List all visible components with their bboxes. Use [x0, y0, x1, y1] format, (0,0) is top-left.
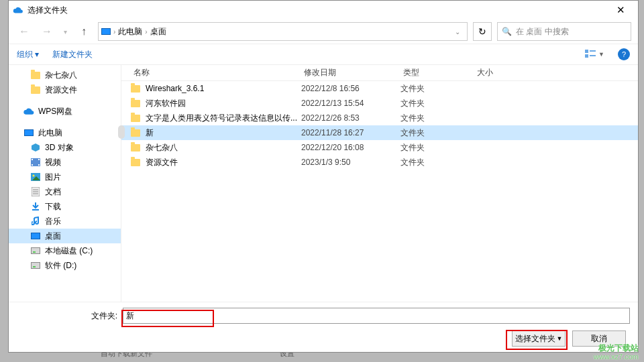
navbar: ← → ▾ ↑ › 此电脑 › 桌面 ⌄ ↻ 🔍 在 桌面 中搜索	[9, 19, 638, 44]
folder-icon	[131, 100, 146, 107]
file-row[interactable]: 资源文件2023/1/3 9:50文件夹	[121, 155, 638, 170]
sidebar-item-label: 下载	[45, 201, 61, 213]
file-name: 杂七杂八	[146, 142, 301, 154]
folder-icon	[131, 144, 146, 152]
toolbar: 组织 ▾ 新建文件夹 ▼ ?	[9, 44, 638, 65]
3d-icon	[30, 143, 41, 152]
sidebar-item[interactable]: 音乐	[9, 214, 121, 229]
sidebar-item-label: WPS网盘	[38, 106, 72, 117]
path-box[interactable]: › 此电脑 › 桌面 ⌄	[98, 22, 468, 41]
file-type: 文件夹	[400, 142, 474, 154]
path-sep: ›	[113, 28, 115, 36]
footer: 文件夹: 选择文件夹▼ 取消	[9, 302, 638, 352]
drive-icon	[30, 261, 41, 270]
filename-input[interactable]	[123, 308, 629, 323]
sidebar-item-label: 图片	[45, 172, 61, 183]
file-row[interactable]: 杂七杂八2022/12/20 16:08文件夹	[121, 140, 638, 155]
sidebar-item[interactable]: 本地磁盘 (C:)	[9, 243, 121, 258]
folder-icon	[30, 85, 41, 95]
sidebar-item-label: 音乐	[45, 216, 61, 227]
download-icon	[30, 202, 41, 211]
file-list: Wireshark_3.6.12022/12/8 16:56文件夹河东软件园20…	[121, 81, 638, 302]
sidebar-item[interactable]: 文档	[9, 184, 121, 199]
help-button[interactable]: ?	[618, 48, 630, 60]
header-type[interactable]: 类型	[400, 67, 474, 78]
organize-menu[interactable]: 组织 ▾	[17, 49, 39, 60]
desktop-icon	[30, 231, 41, 241]
sidebar-item-label: 桌面	[45, 231, 61, 242]
sidebar: 杂七杂八资源文件WPS网盘此电脑3D 对象视频图片文档下载音乐桌面本地磁盘 (C…	[9, 65, 121, 302]
forward-button[interactable]: →	[38, 23, 56, 40]
cloud-icon	[13, 7, 23, 13]
search-input[interactable]: 🔍 在 桌面 中搜索	[497, 22, 631, 41]
file-row[interactable]: Wireshark_3.6.12022/12/8 16:56文件夹	[121, 81, 638, 96]
pc-icon	[23, 128, 34, 137]
path-current[interactable]: 桌面	[150, 26, 166, 38]
refresh-button[interactable]: ↻	[473, 22, 492, 41]
file-type: 文件夹	[400, 83, 474, 95]
new-folder-button[interactable]: 新建文件夹	[52, 49, 93, 60]
header-size[interactable]: 大小	[474, 67, 528, 78]
folder-icon	[30, 70, 41, 80]
svg-rect-3	[590, 55, 596, 56]
doc-icon	[30, 187, 41, 196]
window-title: 选择文件夹	[28, 5, 607, 16]
sidebar-item[interactable]: 图片	[9, 170, 121, 184]
sidebar-item[interactable]: 此电脑	[9, 125, 121, 140]
file-dialog: 选择文件夹 ✕ ← → ▾ ↑ › 此电脑 › 桌面 ⌄ ↻ 🔍 在 桌面 中搜…	[8, 0, 639, 353]
svg-marker-4	[32, 143, 40, 152]
file-date: 2022/11/28 16:27	[301, 128, 400, 137]
file-name: 河东软件园	[146, 98, 301, 109]
file-type: 文件夹	[400, 98, 474, 109]
sidebar-item-label: 软件 (D:)	[45, 260, 76, 272]
cloud-icon	[23, 107, 34, 116]
sidebar-item-label: 此电脑	[38, 127, 62, 139]
folder-icon	[131, 115, 146, 122]
filename-label: 文件夹:	[17, 310, 117, 322]
file-row[interactable]: 河东软件园2022/12/13 15:54文件夹	[121, 96, 638, 111]
filename-input-wrap	[123, 308, 630, 324]
view-mode-button[interactable]: ▼	[585, 50, 604, 59]
svg-rect-7	[32, 164, 33, 166]
header-date[interactable]: 修改日期	[301, 67, 400, 78]
sidebar-item-label: 文档	[45, 186, 61, 198]
button-row: 选择文件夹▼ 取消	[17, 330, 630, 347]
file-name: 新	[146, 127, 301, 139]
close-button[interactable]: ✕	[607, 1, 634, 19]
sidebar-item[interactable]: WPS网盘	[9, 104, 121, 119]
sidebar-item[interactable]: 3D 对象	[9, 140, 121, 155]
sidebar-item[interactable]: 视频	[9, 155, 121, 170]
file-date: 2022/12/26 8:53	[301, 113, 400, 123]
svg-point-11	[33, 175, 35, 177]
sidebar-item[interactable]: 桌面	[9, 229, 121, 243]
sidebar-item[interactable]: 下载	[9, 199, 121, 214]
sidebar-item[interactable]: 软件 (D:)	[9, 258, 121, 273]
select-folder-button[interactable]: 选择文件夹▼	[512, 330, 566, 347]
sidebar-item-label: 本地磁盘 (C:)	[45, 245, 93, 257]
sidebar-item-label: 3D 对象	[45, 142, 74, 154]
history-dropdown[interactable]: ▾	[64, 28, 67, 36]
file-row[interactable]: 文字是人类用表义符号记录表达信息以传...2022/12/26 8:53文件夹	[121, 111, 638, 125]
video-icon	[30, 158, 41, 167]
svg-rect-0	[585, 50, 588, 53]
svg-rect-8	[38, 159, 40, 160]
file-date: 2022/12/20 16:08	[301, 143, 400, 152]
watermark: 极光下载站 www.xz7.com	[594, 344, 639, 361]
back-button[interactable]: ←	[15, 23, 33, 40]
filename-row: 文件夹:	[17, 308, 630, 324]
path-dropdown[interactable]: ⌄	[451, 28, 464, 36]
sidebar-item[interactable]: 资源文件	[9, 82, 121, 97]
path-sep: ›	[145, 28, 147, 36]
header-name[interactable]: 名称	[131, 67, 301, 78]
scrollbar-thumb[interactable]	[118, 125, 125, 139]
svg-rect-2	[590, 50, 596, 52]
path-root[interactable]: 此电脑	[118, 26, 142, 38]
folder-icon	[131, 159, 146, 166]
sidebar-item[interactable]: 杂七杂八	[9, 68, 121, 82]
svg-rect-1	[585, 54, 588, 58]
sidebar-item-label: 视频	[45, 157, 61, 168]
file-row[interactable]: 新2022/11/28 16:27文件夹	[121, 125, 638, 140]
up-button[interactable]: ↑	[75, 23, 93, 40]
column-headers: 名称 修改日期 类型 大小	[121, 65, 638, 81]
dialog-body: 杂七杂八资源文件WPS网盘此电脑3D 对象视频图片文档下载音乐桌面本地磁盘 (C…	[9, 65, 638, 302]
